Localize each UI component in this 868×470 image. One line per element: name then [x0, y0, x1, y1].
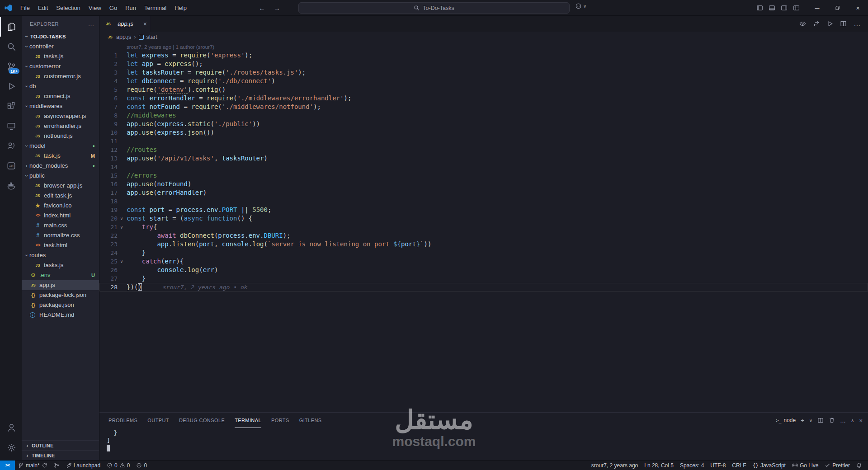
accounts-button[interactable] — [0, 418, 22, 437]
menu-edit[interactable]: Edit — [34, 0, 52, 16]
tree-item-app.js[interactable]: JSapp.js — [22, 280, 99, 290]
activitybar-docker[interactable] — [0, 176, 22, 196]
code-line-8[interactable]: 8//middlewares — [99, 111, 868, 120]
panel-tab-gitlens[interactable]: GITLENS — [299, 413, 322, 428]
code-line-25[interactable]: 25∨ catch(err){ — [99, 257, 868, 266]
activitybar-remote-explorer[interactable] — [0, 116, 22, 136]
tab-app-js[interactable]: JS app.js × — [99, 16, 151, 32]
tree-item-main.css[interactable]: #main.css — [22, 221, 99, 230]
toggle-panel-icon[interactable] — [769, 5, 775, 11]
menu-terminal[interactable]: Terminal — [140, 0, 170, 16]
toggle-secondary-sidebar-icon[interactable] — [781, 5, 788, 11]
code-line-26[interactable]: 26 console.log(err) — [99, 266, 868, 274]
tree-item-.env[interactable]: ⚙.envU — [22, 270, 99, 280]
code-line-16[interactable]: 16app.use(notFound) — [99, 180, 868, 188]
tree-item-middlewares[interactable]: ›middlewares — [22, 101, 99, 111]
split-terminal-icon[interactable] — [817, 417, 824, 423]
code-line-4[interactable]: 4let dbConnect = require('./db/connect') — [99, 77, 868, 85]
code-line-15[interactable]: 15//errors — [99, 171, 868, 180]
indentation-status[interactable]: Spaces: 4 — [677, 461, 707, 470]
tree-item-model[interactable]: ›model● — [22, 141, 99, 151]
tree-item-package-lock.json[interactable]: {}package-lock.json — [22, 290, 99, 300]
tree-item-package.json[interactable]: {}package.json — [22, 300, 99, 310]
code-line-20[interactable]: 20∨const start = (async function() { — [99, 214, 868, 223]
terminal-profile[interactable]: >_ node — [776, 417, 796, 423]
fold-chevron-icon[interactable]: ∨ — [118, 223, 126, 231]
code-line-18[interactable]: 18 — [99, 197, 868, 206]
copilot-menu[interactable]: ∨ — [575, 3, 586, 9]
panel-tab-terminal[interactable]: TERMINAL — [235, 413, 261, 428]
workspace-root-row[interactable]: › TO-DO-TASKS — [22, 32, 99, 42]
code-line-23[interactable]: 23 app.listen(port, console.log(`server … — [99, 240, 868, 249]
activitybar-explorer[interactable] — [0, 17, 22, 37]
activitybar-search[interactable] — [0, 37, 22, 56]
panel-tab-problems[interactable]: PROBLEMS — [108, 413, 137, 428]
code-editor[interactable]: srour7, 2 years ago | 1 author (srour7) … — [99, 42, 868, 412]
tree-item-README.md[interactable]: iREADME.md — [22, 310, 99, 320]
customize-layout-icon[interactable] — [793, 5, 800, 11]
activitybar-live-share[interactable] — [0, 136, 22, 156]
notifications-bell[interactable] — [853, 461, 865, 470]
nav-back-icon[interactable]: ← — [259, 4, 265, 12]
run-code-icon[interactable] — [826, 20, 833, 27]
code-line-10[interactable]: 10app.use(express.json()) — [99, 128, 868, 137]
tree-item-customerror.js[interactable]: JScustomerror.js — [22, 71, 99, 81]
blame-status[interactable]: srour7, 2 years ago — [588, 461, 641, 470]
menu-file[interactable]: File — [16, 0, 34, 16]
tree-item-errorhandler.js[interactable]: JSerrorhandler.js — [22, 121, 99, 131]
tree-item-asyncwrapper.js[interactable]: JSasyncwrapper.js — [22, 111, 99, 121]
go-live-button[interactable]: Go Live — [789, 461, 821, 470]
fold-chevron-icon[interactable]: ∨ — [118, 257, 126, 266]
commit-graph-item[interactable] — [51, 461, 63, 470]
code-line-12[interactable]: 12//routes — [99, 146, 868, 154]
tree-item-connect.js[interactable]: JSconnect.js — [22, 91, 99, 101]
open-changes-icon[interactable] — [813, 20, 820, 27]
restore-button[interactable] — [827, 0, 848, 16]
command-center-search[interactable]: To-Do-Tasks — [298, 2, 570, 14]
prettier-status[interactable]: Prettier — [821, 461, 853, 470]
tree-item-edit-task.js[interactable]: JSedit-task.js — [22, 191, 99, 201]
tree-item-normalize.css[interactable]: #normalize.css — [22, 230, 99, 240]
git-branch-item[interactable]: main* — [15, 461, 51, 470]
menu-selection[interactable]: Selection — [52, 0, 84, 16]
tree-item-tasks.js[interactable]: JStasks.js — [22, 260, 99, 270]
remote-indicator[interactable]: >< — [0, 461, 15, 470]
close-tab-icon[interactable]: × — [143, 20, 147, 28]
eol-status[interactable]: CRLF — [729, 461, 749, 470]
tree-item-node_modules[interactable]: ›node_modules● — [22, 161, 99, 171]
launchpad-item[interactable]: Launchpad — [63, 461, 104, 470]
tree-item-favicon.ico[interactable]: ★favicon.ico — [22, 201, 99, 211]
code-line-21[interactable]: 21∨ try{ — [99, 223, 868, 231]
terminal-output[interactable]: }] — [99, 428, 868, 460]
code-line-22[interactable]: 22 await dbConnect(process.env.DBURI); — [99, 231, 868, 240]
tree-item-customerror[interactable]: ›customerror — [22, 61, 99, 71]
code-line-2[interactable]: 2let app = express(); — [99, 60, 868, 68]
code-line-6[interactable]: 6const errorHandler = require('./middlew… — [99, 94, 868, 103]
menu-help[interactable]: Help — [170, 0, 191, 16]
code-line-13[interactable]: 13app.use('/api/v1/tasks', tasksRouter) — [99, 154, 868, 163]
misc-counter-item[interactable]: 0 — [133, 461, 150, 470]
maximize-panel-icon[interactable]: ∧ — [851, 418, 854, 423]
timeline-section[interactable]: › TIMELINE — [22, 450, 99, 460]
activitybar-thunder-client[interactable]: API — [0, 156, 22, 176]
activitybar-extensions[interactable] — [0, 96, 22, 116]
tree-item-task.js[interactable]: JStask.jsM — [22, 151, 99, 161]
new-terminal-icon[interactable]: + — [801, 417, 804, 424]
code-line-9[interactable]: 9app.use(express.static('./public')) — [99, 120, 868, 128]
code-line-7[interactable]: 7const notFound = require('./middlewares… — [99, 103, 868, 111]
encoding-status[interactable]: UTF-8 — [707, 461, 729, 470]
fold-chevron-icon[interactable]: ∨ — [118, 214, 126, 223]
toggle-blame-icon[interactable] — [799, 20, 806, 27]
settings-button[interactable] — [0, 437, 22, 457]
menu-run[interactable]: Run — [121, 0, 140, 16]
tree-item-browser-app.js[interactable]: JSbrowser-app.js — [22, 181, 99, 191]
close-panel-icon[interactable]: × — [859, 417, 863, 424]
code-line-19[interactable]: 19const port = process.env.PORT || 5500; — [99, 206, 868, 214]
menu-go[interactable]: Go — [105, 0, 121, 16]
code-line-14[interactable]: 14 — [99, 163, 868, 171]
tree-item-notfound.js[interactable]: JSnotfound.js — [22, 131, 99, 141]
activitybar-run-debug[interactable] — [0, 76, 22, 96]
tree-item-db[interactable]: ›db — [22, 81, 99, 91]
code-line-24[interactable]: 24 } — [99, 249, 868, 257]
tree-item-task.html[interactable]: <>task.html — [22, 240, 99, 250]
